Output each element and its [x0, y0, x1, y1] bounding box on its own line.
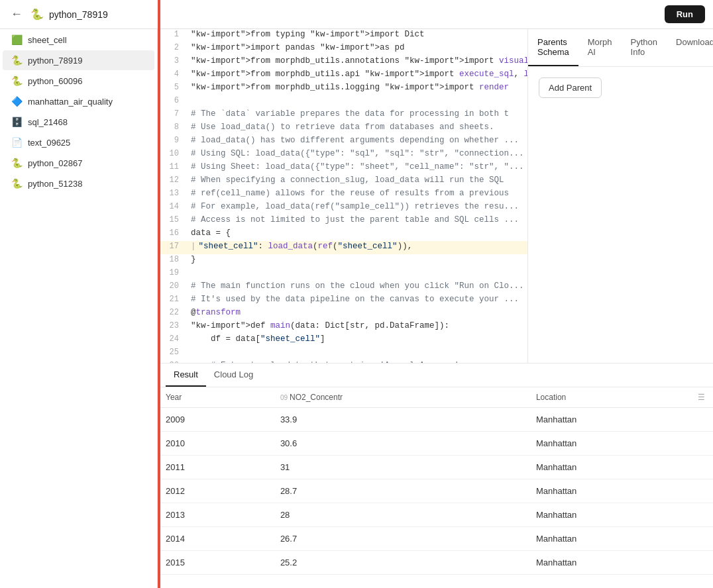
col-no2-label: NO2_Concentr [290, 393, 343, 402]
cell-year: 2013 [158, 503, 272, 527]
line-content [186, 347, 527, 360]
code-line-21: 21# It's used by the data pipeline on th… [158, 294, 527, 307]
line-number: 25 [158, 347, 186, 360]
sidebar-icon-sql_21468: 🗄️ [11, 117, 23, 127]
line-number: 24 [158, 334, 186, 347]
line-content: "kw-import">from morphdb_utils.logging "… [186, 82, 527, 95]
line-number: 16 [158, 228, 186, 241]
line-content: df = data["sheet_cell"] [186, 334, 527, 347]
line-content [186, 95, 527, 109]
col-header-location[interactable]: Location☰ [528, 387, 713, 408]
line-content: # Using Sheet: load_data({"type": "sheet… [186, 162, 527, 175]
topbar-title: python_78919 [49, 9, 659, 20]
result-tab-result[interactable]: Result [166, 364, 206, 387]
sidebar-label-python_02867: python_02867 [28, 158, 82, 168]
sidebar-label-sql_21468: sql_21468 [28, 117, 68, 127]
sidebar-item-python_51238[interactable]: 🐍python_51238 [3, 173, 154, 193]
code-line-3: 3"kw-import">from morphdb_utils.annotati… [158, 56, 527, 69]
code-line-11: 11# Using Sheet: load_data({"type": "she… [158, 162, 527, 175]
line-content: # Access is not limited to just the pare… [186, 215, 527, 228]
code-line-15: 15# Access is not limited to just the pa… [158, 215, 527, 228]
line-number: 11 [158, 162, 186, 175]
code-line-4: 4"kw-import">from morphdb_utils.api "kw-… [158, 69, 527, 82]
table-row: 201426.7Manhattan [158, 527, 713, 551]
code-line-17: 17|"sheet_cell": load_data(ref("sheet_ce… [158, 241, 527, 254]
main-layout: 🟩sheet_cell🐍python_78919🐍python_60096🔷ma… [0, 29, 713, 588]
sidebar-label-python_51238: python_51238 [28, 179, 82, 189]
cell-year: 2012 [158, 479, 272, 503]
line-number: 15 [158, 215, 186, 228]
sidebar-icon-python_60096: 🐍 [11, 75, 23, 86]
sidebar-item-python_02867[interactable]: 🐍python_02867 [3, 153, 154, 173]
cell-no2: 33.9 [272, 408, 528, 432]
col-header-no2_concentr[interactable]: 09NO2_Concentr [272, 387, 528, 408]
right-tab-parents-schema[interactable]: Parents Schema [528, 29, 578, 66]
back-button[interactable]: ← [8, 5, 25, 24]
right-tab-download[interactable]: Download [667, 29, 713, 66]
code-line-22: 22@transform [158, 307, 527, 320]
code-line-19: 19 [158, 268, 527, 281]
col-header-year[interactable]: Year [158, 387, 272, 408]
col-location-label: Location [536, 393, 566, 402]
result-tab-cloud-log[interactable]: Cloud Log [206, 364, 261, 387]
right-tabs: Parents SchemaMorph AIPython InfoDownloa… [528, 29, 713, 67]
sidebar-icon-text_09625: 📄 [11, 137, 23, 148]
line-content: } [186, 254, 527, 268]
cell-no2: 25.2 [272, 551, 528, 575]
line-content: "kw-import">import pandas "kw-import">as… [186, 42, 527, 56]
table-row: 200933.9Manhattan [158, 408, 713, 432]
line-number: 3 [158, 56, 186, 69]
result-table[interactable]: Year09NO2_ConcentrLocation☰ 200933.9Manh… [158, 387, 713, 588]
table-row: 201131Manhattan [158, 456, 713, 479]
sidebar-item-python_78919[interactable]: 🐍python_78919 [3, 50, 154, 70]
sidebar-item-text_09625[interactable]: 📄text_09625 [3, 132, 154, 152]
line-number: 9 [158, 135, 186, 148]
line-number: 20 [158, 281, 186, 294]
code-line-10: 10# Using SQL: load_data({"type": "sql",… [158, 148, 527, 162]
sidebar-item-sheet_cell[interactable]: 🟩sheet_cell [3, 30, 154, 50]
cell-no2: 28.7 [272, 479, 528, 503]
line-content: # For example, load_data(ref("sample_cel… [186, 201, 527, 215]
sidebar-item-python_60096[interactable]: 🐍python_60096 [3, 71, 154, 91]
code-line-20: 20# The main function runs on the cloud … [158, 281, 527, 294]
line-number: 22 [158, 307, 186, 320]
editor-area: 1"kw-import">from typing "kw-import">imp… [158, 29, 713, 588]
cell-location: Manhattan [528, 503, 713, 527]
line-number: 19 [158, 268, 186, 281]
code-editor[interactable]: 1"kw-import">from typing "kw-import">imp… [158, 29, 527, 363]
cell-location: Manhattan [528, 408, 713, 432]
line-number: 23 [158, 320, 186, 334]
cell-year: 2011 [158, 456, 272, 479]
cell-no2: 31 [272, 456, 528, 479]
cell-location: Manhattan [528, 456, 713, 479]
col-menu-icon[interactable]: ☰ [698, 393, 705, 402]
line-number: 2 [158, 42, 186, 56]
cell-no2: 30.6 [272, 432, 528, 456]
line-content: # Use load_data() to retrieve data from … [186, 122, 527, 135]
cell-location: Manhattan [528, 527, 713, 551]
run-button[interactable]: Run [665, 5, 705, 23]
sidebar-label-python_78919: python_78919 [28, 56, 82, 66]
sidebar-icon-sheet_cell: 🟩 [11, 34, 23, 45]
code-line-23: 23"kw-import">def main(data: Dict[str, p… [158, 320, 527, 334]
line-content: # It's used by the data pipeline on the … [186, 294, 527, 307]
sidebar-label-text_09625: text_09625 [28, 138, 70, 148]
code-line-1: 1"kw-import">from typing "kw-import">imp… [158, 29, 527, 42]
sort-icon: 09 [280, 394, 288, 401]
line-content: "kw-import">from morphdb_utils.annotatio… [186, 56, 527, 69]
sidebar-icon-manhattan_air_quality: 🔷 [11, 96, 23, 107]
sidebar-item-manhattan_air_quality[interactable]: 🔷manhattan_air_quality [3, 91, 154, 111]
add-parent-button[interactable]: Add Parent [539, 77, 602, 98]
line-content: |"sheet_cell": load_data(ref("sheet_cell… [186, 241, 527, 254]
line-content: @transform [186, 307, 527, 320]
table-row: 201328Manhattan [158, 503, 713, 527]
sidebar-icon-python_78919: 🐍 [11, 55, 23, 66]
sidebar-icon-python_02867: 🐍 [11, 158, 23, 168]
sidebar-item-sql_21468[interactable]: 🗄️sql_21468 [3, 112, 154, 132]
right-tab-morph-ai[interactable]: Morph AI [578, 29, 622, 66]
code-line-13: 13# ref(cell_name) allows for the reuse … [158, 188, 527, 201]
line-number: 14 [158, 201, 186, 215]
line-number: 18 [158, 254, 186, 268]
sidebar-icon-python_51238: 🐍 [11, 178, 23, 189]
right-tab-python-info[interactable]: Python Info [622, 29, 667, 66]
